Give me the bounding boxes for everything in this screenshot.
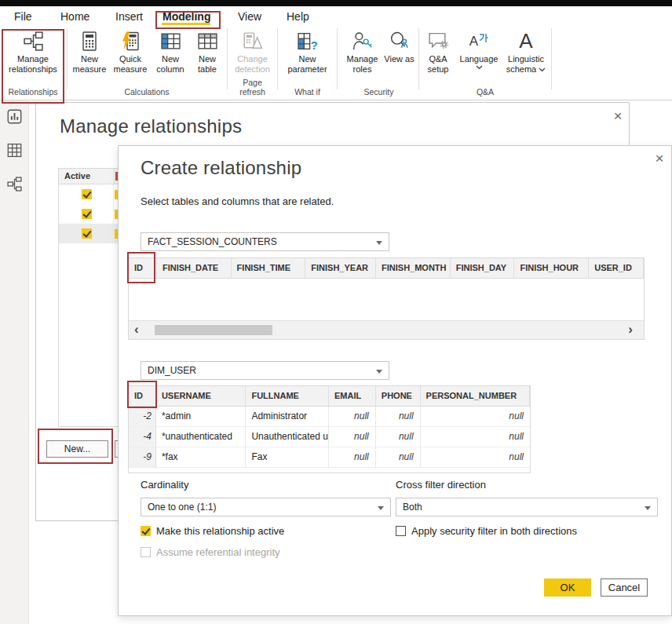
chevron-down-icon bbox=[376, 241, 382, 245]
ok-button[interactable]: OK bbox=[544, 578, 591, 597]
app-window: File Home Insert Modeling View Help Mana… bbox=[0, 0, 672, 624]
column-header[interactable]: FINISH_DATE bbox=[157, 258, 232, 279]
relationship-row-selected[interactable] bbox=[59, 224, 119, 243]
horizontal-scrollbar[interactable]: ‹ › bbox=[129, 320, 644, 339]
scroll-right-icon[interactable]: › bbox=[628, 321, 633, 340]
ribbon-divider bbox=[418, 28, 419, 89]
top-table-header-row: ID FINISH_DATE FINISH_TIME FINISH_YEAR F… bbox=[129, 258, 644, 279]
ribbon-group-page-refresh: Change detection Page refresh bbox=[229, 25, 276, 97]
column-header[interactable]: EMAIL bbox=[329, 386, 376, 407]
data-view-icon bbox=[7, 143, 22, 158]
security-filter-checkbox[interactable] bbox=[396, 526, 406, 536]
ribbon-divider bbox=[227, 28, 228, 89]
cross-filter-select[interactable]: Both bbox=[396, 498, 658, 516]
new-column-icon bbox=[160, 29, 181, 53]
change-detection-button: Change detection bbox=[230, 27, 276, 75]
column-header[interactable]: FINISH_HOUR bbox=[514, 258, 589, 279]
table-row[interactable]: -4 *unauthenticated Unauthenticated user… bbox=[129, 427, 530, 447]
column-header[interactable]: FULLNAME bbox=[246, 386, 329, 407]
new-column-button[interactable]: New column bbox=[152, 27, 189, 75]
make-active-option[interactable]: Make this relationship active bbox=[141, 525, 284, 537]
data-view-button[interactable] bbox=[7, 143, 22, 158]
column-header[interactable]: FINISH_YEAR bbox=[305, 258, 376, 279]
active-checkbox[interactable] bbox=[82, 189, 92, 199]
ribbon-group-what-if: ? New parameter What if bbox=[280, 25, 334, 97]
new-parameter-icon: ? bbox=[297, 29, 318, 53]
ribbon-group-security: Manage roles View as Security bbox=[341, 25, 417, 97]
column-header[interactable]: ID bbox=[129, 258, 157, 279]
active-column-header: Active bbox=[59, 169, 115, 184]
chevron-down-icon bbox=[476, 64, 483, 71]
active-checkbox[interactable] bbox=[82, 209, 92, 219]
bottom-table-header-row: ID USERNAME FULLNAME EMAIL PHONE PERSONA… bbox=[129, 386, 530, 407]
manage-relationships-button[interactable]: Manage relationships bbox=[3, 27, 63, 75]
group-label-qa: Q&A bbox=[422, 87, 549, 97]
ribbon-group-qa: Q&A setup A Language A Linguistic s bbox=[422, 25, 549, 97]
table-row[interactable]: -9 *fax Fax null null null bbox=[129, 447, 530, 468]
tab-help[interactable]: Help bbox=[287, 8, 309, 25]
create-dialog-subtitle: Select tables and columns that are relat… bbox=[141, 195, 334, 207]
ribbon-group-relationships: Manage relationships Relationships bbox=[2, 25, 64, 97]
title-bar bbox=[0, 0, 672, 6]
tab-view[interactable]: View bbox=[238, 8, 261, 25]
make-active-checkbox[interactable] bbox=[141, 526, 151, 536]
column-header[interactable]: FINISH_MONTH bbox=[376, 258, 451, 279]
top-table-select[interactable]: FACT_SESSION_COUNTERS bbox=[141, 232, 389, 251]
qa-setup-button[interactable]: Q&A setup bbox=[421, 27, 455, 75]
new-relationship-button[interactable]: New... bbox=[46, 440, 108, 458]
linguistic-schema-icon: A bbox=[519, 29, 532, 53]
column-header[interactable]: FINISH_TIME bbox=[232, 258, 306, 279]
cancel-button[interactable]: Cancel bbox=[601, 578, 648, 597]
close-icon[interactable]: × bbox=[611, 109, 625, 123]
column-header[interactable]: ID bbox=[129, 386, 156, 407]
scrollbar-thumb[interactable] bbox=[155, 325, 272, 335]
model-view-icon bbox=[7, 177, 22, 192]
new-measure-button[interactable]: New measure bbox=[70, 27, 109, 75]
cross-filter-label: Cross filter direction bbox=[396, 479, 486, 491]
quick-measure-button[interactable]: Quick measure bbox=[111, 27, 150, 75]
model-view-button[interactable] bbox=[7, 177, 22, 192]
table-row[interactable]: -2 *admin Administrator null null null bbox=[129, 407, 530, 427]
close-icon[interactable]: × bbox=[652, 151, 667, 166]
linguistic-schema-button[interactable]: A Linguistic schema bbox=[502, 27, 550, 75]
relationships-table: Active bbox=[58, 168, 119, 427]
bottom-table-select[interactable]: DIM_USER bbox=[141, 361, 389, 380]
create-dialog-title: Create relationship bbox=[141, 157, 301, 179]
ribbon-group-calculations: New measure Quick measure bbox=[69, 25, 225, 97]
language-icon: A bbox=[469, 29, 488, 53]
new-parameter-button[interactable]: ? New parameter bbox=[282, 27, 334, 75]
manage-roles-button[interactable]: Manage roles bbox=[343, 27, 382, 75]
relationship-row[interactable] bbox=[59, 204, 119, 224]
manage-relationships-icon bbox=[23, 29, 44, 53]
qa-setup-icon bbox=[428, 29, 449, 53]
new-table-button[interactable]: New table bbox=[191, 27, 224, 75]
new-table-icon bbox=[197, 29, 218, 53]
scroll-left-icon[interactable]: ‹ bbox=[134, 321, 139, 340]
cardinality-select[interactable]: One to one (1:1) bbox=[141, 498, 391, 516]
new-measure-icon bbox=[79, 29, 100, 53]
chevron-down-icon bbox=[378, 506, 384, 510]
chevron-down-icon bbox=[376, 370, 382, 374]
top-preview-table: ID FINISH_DATE FINISH_TIME FINISH_YEAR F… bbox=[128, 257, 645, 340]
manage-roles-icon bbox=[352, 29, 373, 53]
tab-home[interactable]: Home bbox=[60, 8, 89, 25]
tab-file[interactable]: File bbox=[14, 8, 32, 25]
bottom-preview-table: ID USERNAME FULLNAME EMAIL PHONE PERSONA… bbox=[128, 385, 531, 473]
column-header[interactable]: USER_ID bbox=[589, 258, 644, 279]
security-filter-option[interactable]: Apply security filter in both directions bbox=[396, 525, 577, 537]
relationship-row[interactable] bbox=[59, 184, 119, 204]
column-header[interactable]: USERNAME bbox=[156, 386, 247, 407]
tab-insert[interactable]: Insert bbox=[115, 8, 143, 25]
group-label-calculations: Calculations bbox=[69, 87, 225, 97]
manage-dialog-title: Manage relationships bbox=[60, 115, 242, 137]
cardinality-label: Cardinality bbox=[141, 479, 188, 491]
view-as-button[interactable]: View as bbox=[384, 27, 415, 64]
column-header[interactable]: PERSONAL_NUMBER bbox=[421, 386, 530, 407]
column-header[interactable]: PHONE bbox=[376, 386, 421, 407]
report-view-button[interactable] bbox=[7, 109, 22, 124]
column-header[interactable]: FINISH_DAY bbox=[451, 258, 515, 279]
language-button[interactable]: A Language bbox=[457, 27, 501, 71]
ribbon-divider bbox=[67, 28, 68, 89]
chevron-down-icon bbox=[645, 506, 651, 510]
active-checkbox[interactable] bbox=[82, 228, 92, 239]
